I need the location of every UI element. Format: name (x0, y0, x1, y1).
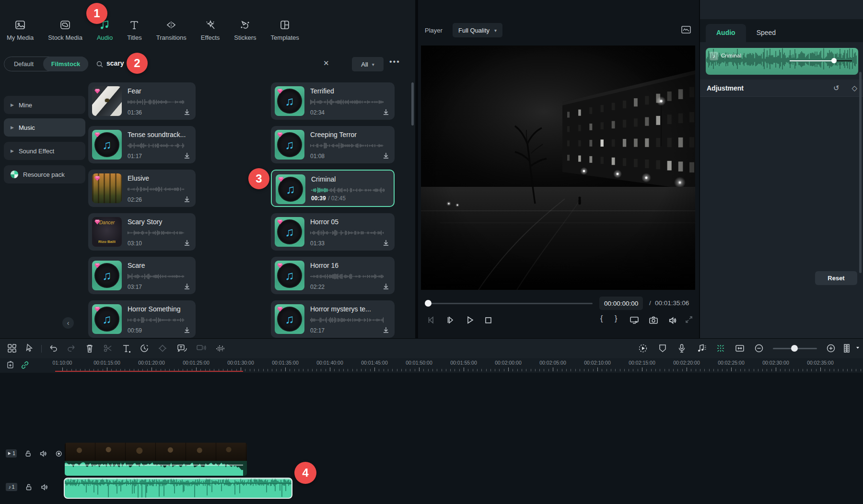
speed-clock-icon[interactable] (139, 343, 150, 354)
sidebar-item-music[interactable]: ▶ Music (4, 118, 85, 137)
list-scrollbar[interactable] (411, 82, 414, 126)
source-toggle: Default Filmstock (4, 57, 88, 71)
more-options-icon[interactable]: ••• (389, 57, 400, 66)
sidebar-item-sound-effect[interactable]: ▶ Sound Effect (4, 142, 85, 160)
audio-list-item[interactable]: Fear 01:36 (88, 82, 196, 120)
layout-grid-icon[interactable] (7, 343, 17, 354)
collapse-sidebar-button[interactable]: ‹ (62, 317, 74, 329)
audio-list-item[interactable]: ♫ Horror mysterys te... 02:17 (271, 300, 395, 338)
download-icon[interactable] (382, 326, 390, 334)
seek-bar[interactable] (428, 303, 593, 304)
mark-in-icon[interactable]: { (600, 314, 603, 323)
zoom-out-icon[interactable] (754, 343, 764, 354)
timeline-ruler[interactable]: 01:10:0000:01:15:0000:01:20:0000:01:25:0… (0, 358, 863, 373)
track-manager-icon[interactable] (843, 343, 852, 354)
auto-split-icon[interactable] (715, 343, 726, 354)
audio-title: Horror 05 (310, 218, 391, 226)
audio-denoise-icon[interactable] (215, 343, 226, 354)
mute-track-icon[interactable] (39, 450, 47, 458)
download-icon[interactable] (183, 152, 191, 160)
download-icon[interactable] (382, 283, 390, 290)
hide-track-icon[interactable] (55, 450, 62, 458)
next-frame-button[interactable] (446, 315, 455, 325)
text-to-speech-icon[interactable] (196, 343, 207, 354)
mute-speaker-icon[interactable] (667, 315, 678, 325)
video-scopes-icon[interactable] (681, 25, 691, 34)
audio-clip-selected[interactable] (64, 478, 292, 499)
tab-speed-properties[interactable]: Speed (746, 24, 786, 42)
tab-templates[interactable]: Templates (271, 16, 299, 41)
audio-list-item[interactable]: ♫ Horror 05 01:33 (271, 213, 395, 251)
download-icon[interactable] (183, 326, 191, 334)
tab-effects[interactable]: Effects (201, 16, 220, 41)
tab-stickers[interactable]: Stickers (234, 16, 256, 41)
select-cursor-icon[interactable] (25, 343, 35, 354)
download-icon[interactable] (183, 195, 191, 203)
marker-shield-icon[interactable] (658, 343, 667, 354)
audio-list-item[interactable]: DancerRizo Balli Scary Story 03:10 (88, 213, 196, 251)
source-tab-filmstock[interactable]: Filmstock (43, 57, 88, 71)
keyframe-diamond-icon[interactable] (157, 343, 168, 354)
lock-track-icon[interactable] (24, 450, 32, 458)
split-scissors-icon[interactable] (103, 343, 113, 354)
play-button[interactable] (465, 315, 475, 325)
filter-all-dropdown[interactable]: All▾ (352, 57, 384, 71)
source-tab-default[interactable]: Default (4, 60, 43, 68)
download-icon[interactable] (183, 239, 191, 247)
download-icon[interactable] (183, 283, 191, 290)
lock-track-icon[interactable] (25, 483, 33, 491)
download-icon[interactable] (382, 108, 390, 116)
tab-transitions[interactable]: Transitions (156, 16, 187, 41)
mute-track-icon[interactable] (40, 483, 48, 491)
sidebar-item-resource-pack[interactable]: Resource pack (4, 165, 85, 183)
panel-scrollbar[interactable] (859, 72, 862, 273)
search-input[interactable]: scary (106, 59, 124, 67)
quality-dropdown[interactable]: Full Quality▾ (453, 23, 502, 37)
audio-list-item[interactable]: ♫ Horror Something 00:59 (88, 300, 196, 338)
search-clear-icon[interactable]: ✕ (323, 59, 329, 68)
delete-icon[interactable] (84, 343, 95, 354)
beat-detection-icon[interactable] (696, 343, 707, 354)
audio-list-item[interactable]: ♫ Creeping Terror 01:08 (271, 126, 395, 163)
ruler-timestamp: 00:01:25:00 (183, 360, 209, 366)
audio-list-item[interactable]: ♫ Terrified 02:34 (271, 82, 395, 120)
mark-out-icon[interactable]: } (615, 314, 617, 323)
ruler-timestamp: 00:02:00:00 (495, 360, 521, 366)
reset-button[interactable]: Reset (815, 271, 857, 285)
audio-duration: 01:36 (128, 109, 142, 116)
fullscreen-icon[interactable] (685, 315, 693, 324)
voiceover-mic-icon[interactable] (677, 343, 687, 354)
sidebar-item-mine[interactable]: ▶ Mine (4, 96, 85, 114)
audio-list-item[interactable]: ♫ Tense soundtrack... 01:17 (88, 126, 196, 163)
reset-section-icon[interactable]: ↺ (833, 84, 840, 92)
mirror-to-monitor-icon[interactable] (629, 315, 640, 325)
tab-titles[interactable]: Titles (127, 16, 142, 41)
audio-list-item-selected[interactable]: ♫ Criminal 00:39 / 02:45 (271, 170, 395, 207)
video-clip[interactable] (65, 443, 247, 476)
audio-list-item[interactable]: ♫ Horror 16 02:22 (271, 257, 395, 294)
tab-my-media[interactable]: My Media (7, 16, 34, 41)
zoom-in-icon[interactable] (826, 343, 836, 354)
audio-list-item[interactable]: Elusive 02:26 (88, 170, 196, 207)
stop-button[interactable] (483, 315, 493, 325)
track-manager-caret-icon[interactable] (855, 345, 860, 350)
tab-stock-media[interactable]: Stock Media (48, 16, 82, 41)
text-tool-icon[interactable] (121, 343, 131, 354)
speech-to-text-icon[interactable] (176, 343, 188, 354)
audio-list-item[interactable]: ♫ Scare 03:17 (88, 257, 196, 294)
download-icon[interactable] (183, 108, 191, 116)
download-icon[interactable] (382, 239, 390, 247)
download-icon[interactable] (382, 152, 390, 160)
previous-frame-button[interactable] (427, 315, 436, 325)
fit-timeline-icon[interactable] (735, 343, 745, 354)
tab-audio-properties[interactable]: Audio (706, 24, 746, 42)
redo-icon[interactable] (66, 343, 77, 354)
seek-handle[interactable] (425, 300, 432, 307)
current-timecode[interactable]: 00:00:00:00 (599, 297, 643, 310)
timeline-zoom-handle[interactable] (791, 345, 798, 352)
snapshot-camera-icon[interactable] (648, 315, 659, 325)
undo-icon[interactable] (48, 343, 58, 354)
render-preview-icon[interactable] (638, 343, 648, 354)
selected-clip-strip[interactable]: ♪ Criminal (706, 48, 858, 75)
keyframe-diamond-icon[interactable]: ◇ (851, 84, 857, 92)
